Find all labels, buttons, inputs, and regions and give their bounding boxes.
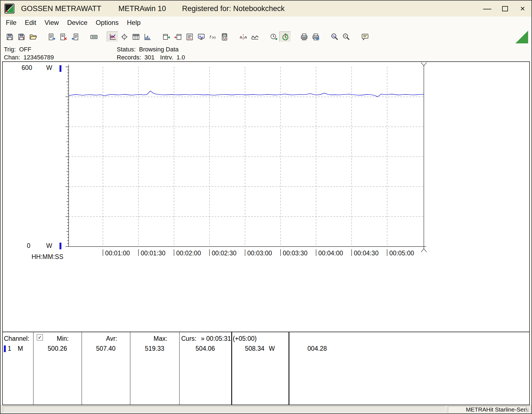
device-display-button[interactable]	[219, 32, 230, 42]
zoom-out-button[interactable]	[340, 32, 352, 42]
printer-icon	[300, 33, 308, 41]
device-icon	[221, 33, 228, 41]
import-data-button[interactable]	[69, 32, 81, 42]
trig-label: Trig:	[4, 46, 16, 53]
toolbar-group	[160, 32, 230, 42]
folder-icon	[29, 33, 37, 41]
toolbar-group	[359, 32, 371, 42]
pane-splitter-icon[interactable]	[515, 31, 528, 43]
x-tick-label: 00:03:00	[247, 250, 272, 257]
title-app-name: METRAwin 10	[118, 4, 166, 13]
channel-visibility-checkbox[interactable]: ✓	[37, 334, 43, 340]
zoom-in-button[interactable]	[329, 32, 340, 42]
x-tick-label: 00:01:30	[141, 250, 166, 257]
monitor-icon	[198, 33, 205, 41]
cursor2-unit: W	[269, 345, 275, 352]
toolbar-groups	[4, 32, 378, 42]
chart-trace-channel-1	[69, 91, 424, 97]
chart-view-button[interactable]	[107, 32, 118, 42]
menu-device[interactable]: Device	[63, 18, 92, 27]
table-view-button[interactable]	[130, 32, 142, 42]
table-divider	[82, 332, 82, 405]
floppy2-icon	[18, 33, 25, 41]
chan-label: Chan:	[4, 54, 20, 61]
doc-del-icon	[60, 33, 67, 41]
records-value: 301	[144, 54, 155, 61]
display-icon	[90, 33, 98, 41]
channel1-scale-marker-top[interactable]	[59, 65, 61, 72]
cursor-header-label: Curs:	[181, 335, 196, 342]
maximize-button[interactable]	[496, 1, 514, 17]
intrv-value: 1.0	[177, 54, 185, 61]
online-monitor-button[interactable]	[195, 32, 207, 42]
cursor-header-value: » 00:05:31 (+05:00)	[201, 335, 256, 342]
toolbar-group	[268, 32, 291, 42]
zoom-out-icon	[342, 33, 350, 41]
measurement-table: Channel: ✓ Min: Avr: Max: Curs: » 00:05:…	[3, 332, 529, 405]
print-button[interactable]	[298, 32, 310, 42]
menu-file[interactable]: File	[2, 18, 21, 27]
min-column-header: Min:	[57, 335, 69, 342]
x-tick-label: 00:03:30	[283, 250, 308, 257]
chart-area[interactable]: 00:01:0000:01:3000:02:0000:02:3000:03:00…	[3, 62, 529, 332]
title-registered: Registered for: Notebookcheck	[182, 4, 285, 13]
title-bar: GOSSEN METRAWATT METRAwin 10 Registered …	[1, 1, 531, 17]
annotation-button[interactable]	[359, 32, 371, 42]
doc-in-icon	[71, 33, 79, 41]
time-sync-button[interactable]	[268, 32, 279, 42]
x-tick-label: 00:01:00	[105, 250, 130, 257]
app-logo-icon	[4, 4, 14, 14]
toolbar-group	[298, 32, 321, 42]
menu-view[interactable]: View	[40, 18, 63, 27]
cursor2-value-cell: 508.34 W	[231, 345, 289, 352]
minimize-button[interactable]: —	[478, 1, 496, 17]
max-column-header: Max:	[154, 335, 167, 342]
numeric-display-button[interactable]	[88, 32, 100, 42]
x-tick-label: 00:04:00	[318, 250, 343, 257]
read-device-button[interactable]	[160, 32, 172, 42]
protocol-button[interactable]	[184, 32, 195, 42]
menu-bar: FileEditViewDeviceOptionsHelp	[1, 17, 531, 29]
avr-column-header: Avr:	[106, 335, 117, 342]
save-as-button[interactable]	[15, 32, 27, 42]
toolbar-group	[46, 32, 81, 42]
close-button[interactable]: ×	[514, 1, 531, 17]
table-divider	[130, 332, 130, 405]
records-label: Records:	[117, 54, 141, 61]
cursor-bottom-handle[interactable]	[421, 249, 427, 252]
trig-value: OFF	[19, 46, 31, 53]
channel1-scale-marker-bottom[interactable]	[59, 243, 61, 249]
split-curve-button[interactable]	[237, 32, 249, 42]
content-box: 00:01:0000:01:3000:02:0000:02:3000:03:00…	[2, 61, 530, 405]
maximize-icon	[502, 6, 508, 11]
floppy-icon	[6, 33, 14, 41]
cursor-delta-value: 004.28	[289, 345, 346, 352]
open-file-button[interactable]	[27, 32, 39, 42]
write-device-button[interactable]	[172, 32, 184, 42]
x-tick-label: 00:02:30	[212, 250, 237, 257]
export-data-button[interactable]	[46, 32, 58, 42]
statusbar-device-panel: METRAHit Starline-Seri	[448, 406, 529, 413]
channel-number: 1	[8, 345, 11, 352]
save-button[interactable]	[4, 32, 15, 42]
y-unit-bottom-label: W	[46, 242, 52, 250]
power-chart[interactable]: 00:01:0000:01:3000:02:0000:02:3000:03:00…	[3, 62, 529, 269]
menu-help[interactable]: Help	[123, 18, 145, 27]
delete-data-button[interactable]	[58, 32, 69, 42]
table-divider	[179, 332, 180, 405]
cursor-tool-button[interactable]	[118, 32, 130, 42]
toolbar	[1, 29, 531, 45]
record-timer-button[interactable]	[279, 32, 291, 42]
wave-cut-icon	[240, 33, 247, 41]
x-tick-label: 00:05:00	[389, 250, 414, 257]
menu-options[interactable]: Options	[92, 18, 123, 27]
envelope-curve-button[interactable]	[249, 32, 261, 42]
formula-button[interactable]	[207, 32, 219, 42]
wave-icon	[251, 33, 259, 41]
window-controls: —×	[478, 1, 531, 17]
histogram-view-button[interactable]	[142, 32, 153, 42]
print-preview-button[interactable]	[310, 32, 321, 42]
y-min-label: 0	[27, 242, 30, 250]
app-window: GOSSEN METRAWATT METRAwin 10 Registered …	[0, 0, 532, 414]
menu-edit[interactable]: Edit	[21, 18, 40, 27]
